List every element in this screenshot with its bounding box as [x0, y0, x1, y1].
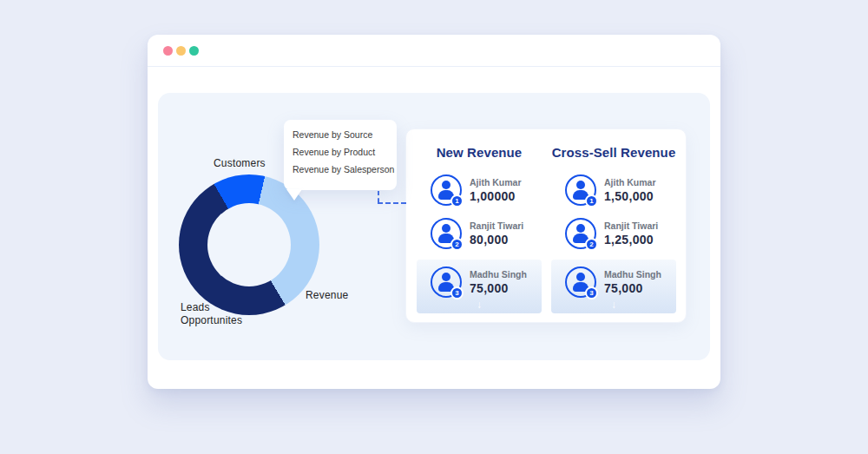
- salesperson-name: Madhu Singh: [470, 269, 527, 280]
- avatar: 1: [565, 174, 596, 206]
- highlighted-row-panel[interactable]: 3 Madhu Singh 75,000 ↓: [551, 260, 676, 313]
- column-title-cross-sell-revenue: Cross-Sell Revenue: [551, 145, 676, 160]
- window-titlebar: [148, 35, 720, 67]
- salesperson-name: Ranjit Tiwari: [470, 220, 523, 231]
- rank-badge: 3: [450, 286, 464, 299]
- revenue-value: 75,000: [470, 281, 527, 295]
- rank-badge: 2: [585, 238, 598, 251]
- tooltip-pointer-tail: [286, 189, 302, 201]
- revenue-value: 1,50,000: [604, 189, 656, 203]
- browser-window: Customers Revenue Leads Opportunites Rev…: [148, 35, 720, 389]
- revenue-breakdown-tooltip: Revenue by Source Revenue by Product Rev…: [284, 120, 397, 190]
- list-item[interactable]: 2 Ranjit Tiwari 80,000: [417, 216, 542, 251]
- avatar: 3: [431, 266, 462, 298]
- avatar: 3: [565, 266, 596, 298]
- maximize-window-dot[interactable]: [189, 46, 199, 56]
- rank-badge: 1: [585, 194, 598, 207]
- revenue-value: 1,25,000: [604, 233, 658, 247]
- salesperson-name: Ajith Kumar: [470, 177, 522, 188]
- salesperson-name: Ranjit Tiwari: [604, 220, 658, 231]
- dashed-connector-vertical: [378, 191, 379, 202]
- list-item[interactable]: 1 Ajith Kumar 1,50,000: [551, 173, 676, 207]
- arrow-down-icon: ↓: [417, 299, 542, 311]
- salesperson-name: Ajith Kumar: [604, 177, 656, 188]
- minimize-window-dot[interactable]: [176, 46, 186, 56]
- revenue-leaderboard-card: New Revenue 1 Ajith Kumar 1,00000 2: [405, 128, 687, 323]
- avatar: 1: [431, 174, 462, 206]
- donut-hole: [207, 203, 291, 286]
- donut-label-leads-opportunities: Leads Opportunites: [181, 301, 242, 327]
- avatar: 2: [431, 218, 462, 249]
- list-item[interactable]: 2 Ranjit Tiwari 1,25,000: [551, 216, 676, 251]
- donut-label-leads-line1: Leads: [181, 301, 242, 314]
- close-window-dot[interactable]: [163, 46, 173, 56]
- rank-badge: 2: [450, 238, 464, 251]
- rank-badge: 3: [585, 286, 598, 299]
- salesperson-name: Madhu Singh: [604, 269, 661, 280]
- list-item[interactable]: 1 Ajith Kumar 1,00000: [417, 173, 542, 207]
- revenue-value: 1,00000: [470, 189, 522, 203]
- column-title-new-revenue: New Revenue: [417, 145, 542, 160]
- rank-badge: 1: [450, 194, 464, 207]
- dashed-connector-horizontal: [378, 202, 406, 204]
- avatar: 2: [565, 218, 596, 249]
- donut-label-revenue: Revenue: [306, 289, 348, 302]
- menu-item-revenue-by-source[interactable]: Revenue by Source: [293, 129, 390, 140]
- column-cross-sell-revenue: Cross-Sell Revenue 1 Ajith Kumar 1,50,00…: [551, 129, 676, 324]
- menu-item-revenue-by-product[interactable]: Revenue by Product: [293, 147, 390, 157]
- revenue-value: 80,000: [470, 233, 523, 247]
- list-item[interactable]: 3 Madhu Singh 75,000: [551, 265, 676, 299]
- highlighted-row-panel[interactable]: 3 Madhu Singh 75,000 ↓: [417, 260, 542, 313]
- menu-item-revenue-by-salesperson[interactable]: Revenue by Salesperson: [293, 164, 390, 174]
- donut-label-leads-line2: Opportunites: [181, 314, 242, 327]
- donut-label-customers: Customers: [214, 157, 266, 170]
- list-item[interactable]: 3 Madhu Singh 75,000: [417, 265, 542, 299]
- arrow-down-icon: ↓: [551, 299, 676, 311]
- dashboard-panel: Customers Revenue Leads Opportunites Rev…: [158, 93, 710, 360]
- column-new-revenue: New Revenue 1 Ajith Kumar 1,00000 2: [417, 129, 542, 324]
- revenue-value: 75,000: [604, 281, 661, 295]
